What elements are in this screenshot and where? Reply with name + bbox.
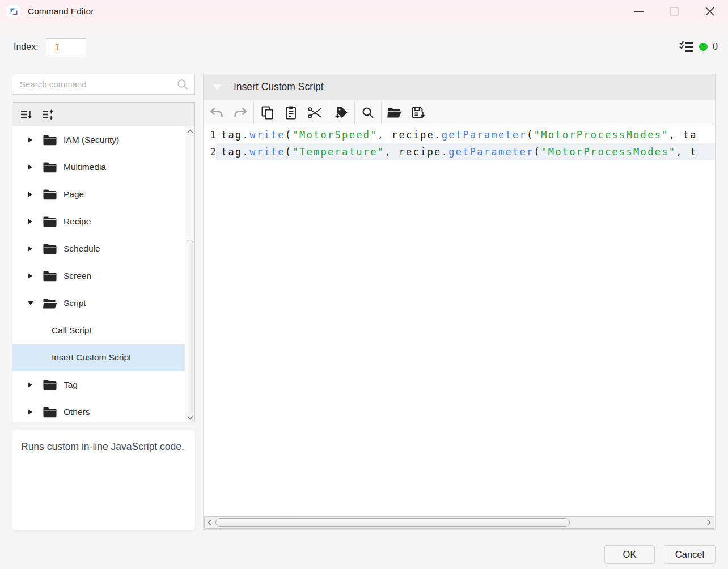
- editor-hscrollbar[interactable]: [204, 516, 714, 529]
- chevron-right-icon[interactable]: [28, 137, 35, 143]
- cancel-button[interactable]: Cancel: [664, 545, 716, 564]
- code-text: tag.write("MotorSpeed", recipe.getParame…: [216, 126, 697, 143]
- chevron-right-icon[interactable]: [28, 382, 35, 388]
- find-icon: [361, 106, 375, 120]
- tree-item-label: Multimedia: [64, 162, 106, 172]
- open-file-icon: [387, 106, 403, 120]
- window-title: Command Editor: [28, 6, 94, 16]
- copy-icon: [260, 105, 274, 120]
- maximize-icon: [670, 7, 679, 16]
- tree-item-label: Tag: [64, 380, 78, 390]
- find-button[interactable]: [356, 101, 380, 124]
- command-list-check-icon[interactable]: [679, 40, 694, 54]
- add-tag-icon: [334, 105, 349, 120]
- editor-title: Insert Custom Script: [234, 81, 324, 93]
- editor-toolbar: [204, 100, 715, 126]
- paste-icon: [284, 105, 298, 120]
- folder-icon: [43, 406, 57, 418]
- status-dot-icon: [699, 43, 708, 51]
- tree-toolbar: [12, 103, 194, 126]
- toolbar-separator: [328, 101, 328, 124]
- folder-icon: [43, 134, 57, 146]
- editor-hscrollbar-thumb[interactable]: [215, 518, 570, 527]
- chevron-right-icon[interactable]: [28, 164, 35, 170]
- minimize-icon: [634, 11, 644, 12]
- save-button[interactable]: [407, 101, 430, 124]
- tree-item-script[interactable]: Script: [12, 290, 194, 317]
- chevron-right-icon[interactable]: [28, 409, 35, 415]
- expand-all-icon[interactable]: [39, 106, 56, 123]
- maximize-button[interactable]: [657, 0, 692, 23]
- title-bar: Command Editor: [0, 0, 728, 23]
- collapse-all-icon[interactable]: [18, 106, 35, 123]
- chevron-right-icon[interactable]: [28, 246, 35, 252]
- save-icon: [410, 105, 426, 120]
- add-tag-button[interactable]: [329, 101, 353, 124]
- code-editor[interactable]: 1tag.write("MotorSpeed", recipe.getParam…: [204, 126, 715, 516]
- ok-button[interactable]: OK: [604, 545, 655, 564]
- redo-icon: [233, 106, 248, 120]
- tree-item-schedule[interactable]: Schedule: [12, 235, 194, 262]
- tree-item-label: Call Script: [52, 325, 92, 336]
- toolbar-separator: [381, 101, 382, 124]
- chevron-down-icon[interactable]: [28, 301, 35, 305]
- search-input[interactable]: [12, 79, 176, 89]
- tree-item-label: IAM (Security): [64, 135, 119, 145]
- undo-button[interactable]: [205, 101, 228, 124]
- folder-icon: [43, 243, 57, 255]
- command-description: Runs custom in-line JavaScript code.: [12, 430, 195, 530]
- chevron-right-icon[interactable]: [28, 219, 35, 224]
- code-line-1[interactable]: 1tag.write("MotorSpeed", recipe.getParam…: [204, 126, 715, 143]
- close-icon: [705, 6, 715, 16]
- chevron-right-icon[interactable]: [28, 273, 35, 279]
- tree-scrollbar-thumb[interactable]: [187, 240, 193, 422]
- tree-scrollbar[interactable]: [185, 126, 194, 422]
- tree-item-screen[interactable]: Screen: [12, 262, 194, 290]
- paste-button[interactable]: [279, 101, 303, 124]
- scroll-up-icon[interactable]: [185, 127, 194, 136]
- minimize-button[interactable]: [621, 0, 657, 23]
- close-button[interactable]: [692, 0, 728, 23]
- tree-item-page[interactable]: Page: [12, 181, 194, 208]
- chevron-right-icon[interactable]: [28, 192, 35, 197]
- toolbar-separator: [253, 101, 254, 124]
- search-command-box: [12, 74, 195, 95]
- open-file-button[interactable]: [383, 101, 407, 124]
- tree-item-label: Screen: [64, 271, 91, 281]
- redo-button[interactable]: [228, 101, 252, 124]
- folder-icon: [43, 162, 57, 173]
- tree-item-recipe[interactable]: Recipe: [12, 208, 194, 235]
- tree-item-label: Schedule: [64, 244, 100, 254]
- tree-item-insert-custom-script[interactable]: Insert Custom Script: [12, 344, 194, 371]
- titlebar-fade: [0, 23, 728, 40]
- command-tree: IAM (Security)MultimediaPageRecipeSchedu…: [12, 126, 194, 422]
- cut-button[interactable]: [303, 101, 327, 124]
- index-input[interactable]: [46, 38, 86, 57]
- scroll-down-icon[interactable]: [185, 413, 194, 422]
- line-number: 1: [204, 129, 216, 141]
- tree-item-multimedia[interactable]: Multimedia: [12, 154, 194, 181]
- tree-item-label: Recipe: [64, 216, 91, 227]
- index-label: Index:: [14, 42, 39, 52]
- scroll-left-icon[interactable]: [205, 517, 215, 528]
- tree-item-label: Script: [64, 298, 86, 308]
- toolbar-separator: [354, 101, 355, 124]
- line-number: 2: [204, 146, 216, 158]
- tree-item-iam-security[interactable]: IAM (Security): [12, 126, 194, 154]
- scroll-right-icon[interactable]: [704, 517, 714, 528]
- copy-button[interactable]: [255, 101, 279, 124]
- tree-item-call-script[interactable]: Call Script: [12, 317, 194, 344]
- code-line-2[interactable]: 2tag.write("Temperature", recipe.getPara…: [204, 143, 715, 160]
- tree-item-tag[interactable]: Tag: [12, 371, 194, 398]
- cut-icon: [307, 106, 323, 120]
- app-logo-icon: [7, 5, 20, 18]
- tree-item-others[interactable]: Others: [12, 398, 194, 422]
- collapse-section-icon[interactable]: [213, 84, 222, 90]
- search-icon: [176, 78, 189, 91]
- validation-status: 0: [679, 40, 718, 54]
- folder-icon: [43, 216, 57, 228]
- script-editor-panel: Insert Custom Script: [203, 74, 716, 530]
- tree-item-label: Others: [64, 407, 90, 417]
- editor-header[interactable]: Insert Custom Script: [204, 74, 715, 100]
- folder-icon: [43, 189, 57, 201]
